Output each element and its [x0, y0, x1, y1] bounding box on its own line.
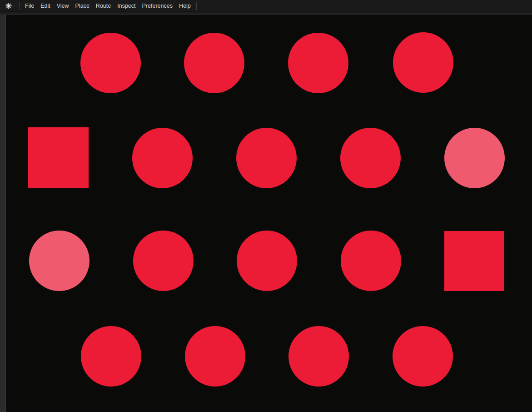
pad-circle[interactable]: [184, 33, 244, 93]
menu-separator: [19, 2, 20, 10]
menu-item-place[interactable]: Place: [72, 0, 93, 12]
pad-circle[interactable]: [80, 33, 141, 93]
starburst-icon: [5, 3, 12, 9]
pad-circle[interactable]: [236, 128, 297, 188]
menu-item-preferences[interactable]: Preferences: [139, 0, 176, 12]
pad-circle[interactable]: [288, 33, 348, 93]
menu-item-inspect[interactable]: Inspect: [114, 0, 139, 12]
pad-square[interactable]: [444, 231, 504, 291]
pad-circle[interactable]: [237, 231, 297, 291]
menu-bar-items: FileEditViewPlaceRouteInspectPreferences…: [22, 0, 194, 11]
pad-circle[interactable]: [393, 32, 453, 93]
pad-circle[interactable]: [132, 128, 193, 188]
pad-circle[interactable]: [185, 326, 245, 387]
pad-circle-highlighted[interactable]: [29, 231, 89, 291]
pcb-canvas[interactable]: [6, 15, 532, 412]
pad-circle[interactable]: [340, 128, 401, 188]
pad-circle[interactable]: [341, 231, 401, 291]
pad-circle[interactable]: [133, 231, 194, 291]
menu-item-help[interactable]: Help: [176, 0, 194, 12]
menu-separator: [196, 2, 197, 10]
pad-circle[interactable]: [393, 326, 453, 387]
pad-circle[interactable]: [81, 326, 141, 387]
menu-item-route[interactable]: Route: [93, 0, 114, 12]
left-gutter: [0, 15, 6, 412]
toolbar-strip: [0, 12, 532, 15]
pad-circle[interactable]: [288, 326, 349, 387]
menu-item-view[interactable]: View: [54, 0, 72, 12]
pad-circle-highlighted[interactable]: [444, 128, 505, 188]
menu-item-file[interactable]: File: [22, 0, 37, 12]
menu-item-edit[interactable]: Edit: [37, 0, 54, 12]
pad-square[interactable]: [28, 127, 89, 188]
menu-bar: FileEditViewPlaceRouteInspectPreferences…: [0, 0, 532, 12]
